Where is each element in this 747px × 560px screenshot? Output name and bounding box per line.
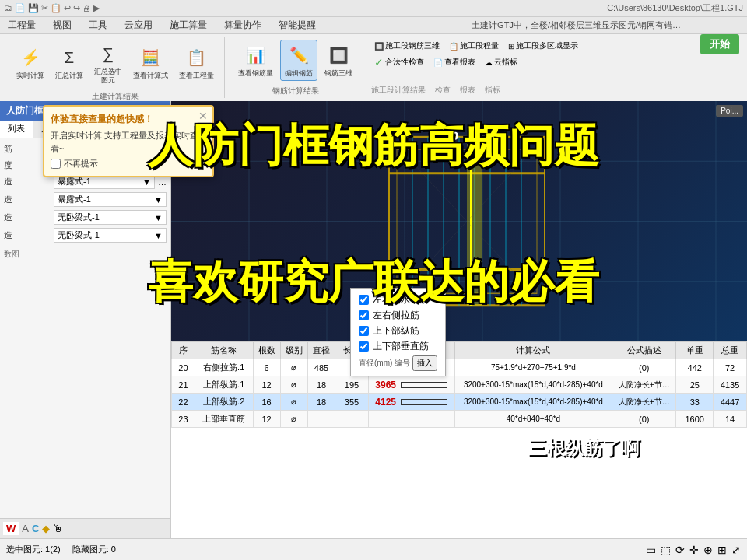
btn-bianji-gangjin[interactable]: ✏️ 编辑钢筋 — [280, 40, 317, 81]
btn-hefaxing-jiancha[interactable]: ✓ 合法性检查 — [371, 55, 427, 69]
th-dia: 直径 — [307, 342, 335, 359]
cell-count-22: 16 — [253, 394, 280, 411]
btn-shigongduan-quyu[interactable]: ⊞ 施工段多区域显示 — [505, 40, 581, 52]
menu-yunyingyong[interactable]: 云应用 — [121, 17, 156, 33]
cell-dia-22: 18 — [307, 394, 335, 411]
field-label-zao3: 造 — [4, 212, 51, 223]
th-grade: 级别 — [280, 342, 307, 359]
tool-zoom-icon[interactable]: ⊕ — [703, 544, 713, 556]
cb-zuoyou-shuiping: 左右侧水平筋 — [359, 293, 437, 306]
selected-count: 选中图元: 1(2) — [6, 544, 61, 555]
cell-shape-21: 3965 — [368, 376, 454, 394]
field-select-zao4[interactable]: 无卧梁式-1 ▼ — [54, 228, 167, 243]
cb-zuoyou-lajin-input[interactable] — [359, 310, 369, 320]
start-button[interactable]: 开始 — [700, 34, 739, 54]
btn-chakan-gongchengliang[interactable]: 📋 查看工程量 — [175, 43, 218, 82]
cell-desc-20: (0) — [612, 359, 676, 376]
cell-name-23: 上部垂直筋 — [195, 411, 253, 428]
btn-shigongduan-gongchengliang[interactable]: 📋 施工段程量 — [446, 40, 502, 52]
status-bar: 选中图元: 1(2) 隐藏图元: 0 ▭ ⬚ ⟳ ✛ ⊕ ⊞ ⤢ — [0, 538, 747, 560]
btn-shishi-jisuan[interactable]: ⚡ 实时计算 — [12, 43, 48, 82]
model-svg — [171, 101, 747, 341]
taskbar-c-icon: C — [32, 523, 39, 534]
tool-pan-icon[interactable]: ✛ — [689, 544, 699, 556]
cb-shangxia-zongjin-input[interactable] — [359, 326, 369, 336]
tool-select-icon[interactable]: ⬚ — [661, 544, 671, 556]
btn-shigongduan-sanwei[interactable]: 🔲 施工段钢筋三维 — [371, 40, 443, 52]
menu-shigongsuan[interactable]: 施工算量 — [166, 17, 211, 33]
insert-button[interactable]: 插入 — [412, 355, 437, 371]
cell-formula-20: 75+1.9*d+270+75+1.9*d — [454, 359, 612, 376]
btn-huizong-jisuan[interactable]: Σ 汇总计算 — [51, 43, 87, 82]
cell-num-21: 21 — [172, 376, 195, 394]
taskbar-a-icon: A — [22, 523, 29, 534]
shigongduan-3d-icon: 🔲 — [374, 42, 384, 51]
tab-list[interactable]: 列表 — [0, 121, 33, 138]
menu-suanliangxiezuo[interactable]: 算量协作 — [220, 17, 265, 33]
menu-shitu[interactable]: 视图 — [49, 17, 75, 33]
cell-len-22: 355 — [335, 394, 369, 411]
tool-lasso-icon[interactable]: ⟳ — [675, 544, 685, 556]
menu-bar: 🗂 📄 💾 ✂ 📋 ↩ ↪ 🖨 ▶ C:\Users\86130\Desktop… — [0, 0, 747, 17]
menu-gongchengliang[interactable]: 工程量 — [4, 17, 40, 33]
field-select-zao2[interactable]: 暴露式-1 ▼ — [54, 192, 167, 207]
cell-grade-21: ⌀ — [280, 376, 307, 394]
table-area[interactable]: 序 筋名称 根数 级别 直径 长度 示意图形 计算公式 公式描述 单重 总重 — [171, 341, 747, 538]
field-label-zao1: 造 — [4, 176, 51, 187]
realtime-calc-icon: ⚡ — [18, 45, 43, 70]
ribbon-section-gangjin: 📊 查看钢筋量 ✏️ 编辑钢筋 🔲 钢筋三维 钢筋计算结果 — [228, 37, 363, 98]
btn-huizong-xuanzhong[interactable]: ∑ 汇总选中图元 — [90, 39, 126, 87]
cell-shape-23 — [368, 411, 454, 428]
cell-single-23: 1600 — [676, 411, 714, 428]
cell-shape-22: 4125 — [368, 394, 454, 411]
cell-grade-23: ⌀ — [280, 411, 307, 428]
ribbon-section-tujianjisuan: ⚡ 实时计算 Σ 汇总计算 ∑ 汇总选中图元 🧮 查看计算式 📋 查看工 — [6, 37, 225, 98]
tool-rect-icon[interactable]: ▭ — [646, 544, 656, 556]
menu-gongju[interactable]: 工具 — [85, 17, 111, 33]
tool-fullscreen-icon[interactable]: ⤢ — [731, 544, 741, 556]
cell-len-23 — [335, 411, 369, 428]
data-table: 序 筋名称 根数 级别 直径 长度 示意图形 计算公式 公式描述 单重 总重 — [171, 341, 747, 428]
label-zhibiao: 指标 — [485, 85, 500, 96]
cell-name-22: 上部纵筋.2 — [195, 394, 253, 411]
edit-rebar-icon: ✏️ — [286, 43, 311, 68]
table-row[interactable]: 21 上部纵筋.1 12 ⌀ 18 195 3965 3200+300-15*m… — [172, 376, 747, 394]
cell-total-22: 4447 — [714, 394, 747, 411]
field-row-6: 造 无卧梁式-1 ▼ — [4, 228, 167, 243]
ellipsis-btn-1[interactable]: … — [158, 177, 167, 187]
cloud-icon: ☁ — [485, 58, 493, 67]
btn-chakan-baobiao[interactable]: 📄 查看报表 — [430, 55, 479, 69]
cell-formula-23: 40*d+840+40*d — [454, 411, 612, 428]
cb-shangxia-chuizhi-input[interactable] — [359, 341, 369, 352]
taskbar-cursor-icon: 🖱 — [53, 523, 63, 534]
cell-count-23: 12 — [253, 411, 280, 428]
menu-zhinengtixing[interactable]: 智能提醒 — [275, 17, 320, 33]
th-total: 总重 — [714, 342, 747, 359]
table-row[interactable]: 23 上部垂直筋 12 ⌀ 40*d+840+40*d (0) 1600 14 — [172, 411, 747, 428]
cb-shangxia-chuizhi: 上下部垂直筋 — [359, 340, 437, 353]
tool-fit-icon[interactable]: ⊞ — [717, 544, 727, 556]
cell-desc-21: 人防净长+节… — [612, 376, 676, 394]
th-num: 序 — [172, 342, 195, 359]
btn-chakan-gangjinliang[interactable]: 📊 查看钢筋量 — [234, 40, 277, 80]
field-select-zao3[interactable]: 无卧梁式-1 ▼ — [54, 210, 167, 225]
cell-grade-22: ⌀ — [280, 394, 307, 411]
cell-single-20: 442 — [676, 359, 714, 376]
btn-gangjin-sanwei[interactable]: 🔲 钢筋三维 — [321, 40, 356, 80]
popup-checkbox[interactable] — [51, 159, 61, 169]
ribbon: ⚡ 实时计算 Σ 汇总计算 ∑ 汇总选中图元 🧮 查看计算式 📋 查看工 — [0, 34, 747, 101]
dropdown-icon-3: ▼ — [154, 213, 163, 222]
popup-text: 开启实时计算,支持工程量及报表实时查看~ — [51, 129, 206, 155]
cb-zuoyou-shuiping-input[interactable] — [359, 295, 369, 305]
cell-single-21: 25 — [676, 376, 714, 394]
data-label: 数图 — [4, 249, 167, 260]
btn-chakan-jisuanshi[interactable]: 🧮 查看计算式 — [129, 43, 172, 82]
table-row-selected[interactable]: 22 上部纵筋.2 16 ⌀ 18 355 4125 3200+300-15*m… — [172, 394, 747, 411]
cell-count-20: 6 — [253, 359, 280, 376]
left-taskbar: W A C ◆ 🖱 — [0, 518, 170, 538]
label-jiancha: 检查 — [435, 85, 451, 96]
popup-close-button[interactable]: ✕ — [198, 110, 208, 122]
table-row[interactable]: 20 右侧拉筋.1 6 ⌀ 485 ∧ 270 ∨ — [172, 359, 747, 376]
btn-yun-zhibiao[interactable]: ☁ 云指标 — [482, 55, 521, 69]
cell-formula-22: 3200+300-15*max(15*d,40*d-285)+40*d — [454, 394, 612, 411]
